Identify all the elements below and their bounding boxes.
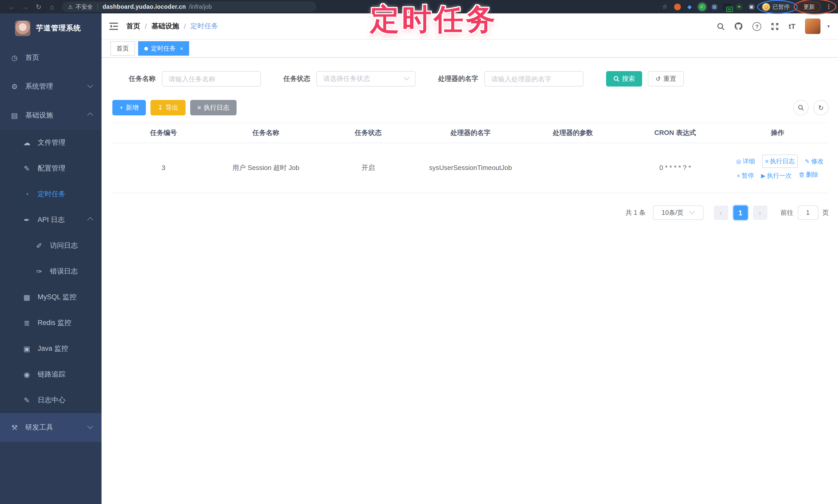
browser-update-button[interactable]: 更新	[797, 2, 821, 12]
main-area: 首页 / 基础设施 / 定时任务 ?	[102, 13, 838, 504]
sidebar-item-home[interactable]: ◷ 首页	[0, 43, 102, 72]
sidebar-item-label: 配置管理	[38, 164, 66, 173]
current-page-button[interactable]: 1	[733, 205, 748, 220]
filter-label: 任务名称	[129, 74, 156, 84]
detail-link[interactable]: ◎详细	[736, 156, 755, 167]
filter-handler-name: 处理器的名字	[438, 71, 583, 87]
sidebar: 芋道管理系统 ◷ 首页 ⚙ 系统管理 ▤ 基础设施 ☁ 文件管理	[0, 13, 102, 504]
play-icon: ▶	[761, 173, 765, 179]
add-button[interactable]: + 新增	[112, 100, 146, 115]
search-icon[interactable]	[717, 22, 725, 30]
font-size-icon[interactable]: tT	[789, 22, 796, 30]
sidebar-item-label: 链路追踪	[38, 370, 66, 379]
search-button[interactable]: 搜索	[606, 71, 642, 87]
sidebar-item-access-log[interactable]: ✐ 访问日志	[0, 233, 102, 258]
api-log-icon: ✒	[23, 216, 31, 224]
browser-menu-icon[interactable]: ⋮	[826, 3, 832, 10]
col-handler-name: 处理器的名字	[419, 123, 522, 143]
modify-link[interactable]: ✎修改	[805, 156, 823, 167]
sidebar-item-system[interactable]: ⚙ 系统管理	[0, 72, 102, 101]
cell-task-name: 用户 Session 超时 Job	[215, 143, 317, 193]
delete-link[interactable]: 删除	[799, 170, 818, 180]
sidebar-item-mysql[interactable]: ▦ MySQL 监控	[0, 284, 102, 310]
select-placeholder: 请选择任务状态	[323, 74, 370, 84]
trash-icon	[799, 172, 804, 178]
ext-gem-icon[interactable]: ◆	[683, 2, 696, 12]
user-menu-caret-icon[interactable]: ▾	[827, 24, 830, 29]
sidebar-item-log-center[interactable]: ✎ 日志中心	[0, 387, 102, 413]
cell-actions: ◎详细 ≡执行日志 ✎修改 ×暂停 ▶执行一次 删除	[727, 143, 829, 193]
breadcrumb-infra[interactable]: 基础设施	[152, 22, 179, 31]
close-tab-icon[interactable]: ×	[180, 45, 183, 52]
active-tab-dot	[144, 47, 148, 50]
handler-name-input[interactable]	[485, 71, 583, 87]
app-logo	[15, 21, 30, 36]
help-icon[interactable]: ?	[753, 22, 762, 31]
table-row: 3 用户 Session 超时 Job 开启 sysUserSessionTim…	[112, 143, 829, 193]
toggle-search-button[interactable]	[793, 100, 809, 115]
log-center-icon: ✎	[23, 396, 31, 404]
fullscreen-icon[interactable]	[771, 22, 779, 30]
sidebar-item-file[interactable]: ☁ 文件管理	[0, 130, 102, 156]
breadcrumb-separator: /	[184, 22, 186, 30]
paused-extension-badge[interactable]: ☺ 已暂停	[761, 2, 794, 12]
ext-orange-icon[interactable]	[671, 2, 683, 12]
collapse-sidebar-icon[interactable]	[109, 23, 118, 30]
exec-log-link[interactable]: ≡执行日志	[762, 155, 798, 168]
sidebar-item-infra[interactable]: ▤ 基础设施	[0, 101, 102, 130]
run-once-link[interactable]: ▶执行一次	[761, 171, 792, 181]
ext-puzzle-icon[interactable]: ▣	[745, 2, 757, 12]
sidebar-item-api-log[interactable]: ✒ API 日志	[0, 207, 102, 233]
reset-button[interactable]: ↺ 重置	[648, 71, 684, 87]
reload-icon[interactable]: ↻	[32, 3, 45, 11]
sidebar-item-dev-tools[interactable]: ⚒ 研发工具	[0, 413, 102, 442]
sidebar-item-job[interactable]: ◔ 定时任务	[0, 181, 102, 207]
col-task-name: 任务名称	[215, 123, 317, 143]
sidebar-submenu-infra: ☁ 文件管理 ✎ 配置管理 ◔ 定时任务 ✒ API 日志 ✐	[0, 130, 102, 413]
ext-on-icon[interactable]: on	[720, 2, 733, 12]
sidebar-item-label: 基础设施	[25, 111, 53, 120]
url-domain: dashboard.yudao.iocoder.cn	[103, 4, 186, 10]
sidebar-item-config[interactable]: ✎ 配置管理	[0, 156, 102, 181]
list-icon: ≡	[765, 158, 768, 164]
bookmark-star-icon[interactable]: ☆	[659, 2, 671, 12]
sidebar-item-label: 首页	[25, 53, 39, 62]
goto-page-input[interactable]	[798, 205, 818, 220]
col-cron: CRON 表达式	[624, 123, 727, 143]
job-table: 任务编号 任务名称 任务状态 处理器的名字 处理器的参数 CRON 表达式 操作…	[112, 123, 829, 193]
refresh-button[interactable]: ↻	[813, 100, 829, 115]
home-icon[interactable]: ⌂	[45, 3, 59, 11]
user-avatar[interactable]	[805, 19, 821, 34]
back-icon[interactable]: ←	[5, 3, 19, 11]
task-name-input[interactable]	[162, 71, 261, 87]
cloud-upload-icon: ☁	[23, 139, 31, 147]
prev-page-button[interactable]: ‹	[714, 205, 728, 220]
next-page-button[interactable]: ›	[753, 205, 767, 220]
chevron-down-icon	[87, 82, 93, 88]
tab-job[interactable]: 定时任务 ×	[138, 41, 189, 56]
eye-icon: ◎	[736, 158, 741, 164]
exec-log-button[interactable]: ≡ 执行日志	[190, 100, 237, 115]
page-content: 任务名称 任务状态 请选择任务状态 处理器的名字	[102, 58, 838, 504]
ext-grid-icon[interactable]: ▦	[708, 2, 720, 12]
pause-link[interactable]: ×暂停	[737, 171, 754, 181]
page-size-select[interactable]: 10条/页	[653, 205, 703, 220]
forward-icon[interactable]: →	[19, 3, 32, 11]
col-actions: 操作	[727, 123, 829, 143]
sidebar-item-java[interactable]: ▣ Java 监控	[0, 336, 102, 362]
chevron-up-icon	[87, 217, 93, 223]
task-status-select[interactable]: 请选择任务状态	[316, 71, 415, 87]
emoji-avatar-icon: ☺	[762, 3, 770, 11]
breadcrumb-home[interactable]: 首页	[126, 22, 140, 31]
github-icon[interactable]	[735, 22, 743, 30]
ext-green-icon[interactable]: ✓	[696, 2, 708, 12]
sidebar-item-error-log[interactable]: ✑ 错误日志	[0, 258, 102, 284]
export-button[interactable]: ↧ 导出	[151, 100, 186, 115]
ext-leaf-icon[interactable]: ❧	[733, 2, 745, 12]
pagination: 共 1 条 10条/页 ‹ 1 › 前往 页	[112, 205, 829, 220]
annotation-title: 定时任务	[370, 3, 498, 35]
sidebar-item-redis[interactable]: ≣ Redis 监控	[0, 310, 102, 336]
tab-home[interactable]: 首页	[110, 41, 135, 56]
address-bar[interactable]: ⚠ 不安全 dashboard.yudao.iocoder.cn/infra/j…	[62, 2, 316, 12]
sidebar-item-trace[interactable]: ◉ 链路追踪	[0, 362, 102, 387]
